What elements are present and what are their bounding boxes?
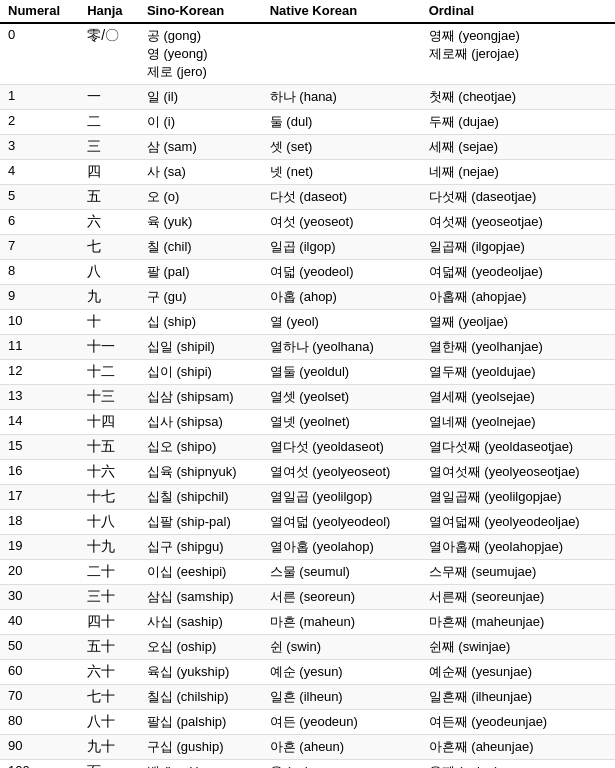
- cell-native-korean: 열아홉 (yeolahop): [262, 535, 421, 560]
- header-numeral: Numeral: [0, 0, 79, 23]
- cell-native-korean: 여덟 (yeodeol): [262, 260, 421, 285]
- cell-ordinal: 서른째 (seoreunjae): [421, 585, 615, 610]
- table-row: 20二十이십 (eeshipi)스물 (seumul)스무째 (seumujae…: [0, 560, 615, 585]
- cell-ordinal: 열다섯째 (yeoldaseotjae): [421, 435, 615, 460]
- cell-hanja: 七: [79, 235, 139, 260]
- cell-ordinal: 열여덟째 (yeolyeodeoljae): [421, 510, 615, 535]
- cell-hanja: 十: [79, 310, 139, 335]
- cell-native-korean: 다섯 (daseot): [262, 185, 421, 210]
- table-row: 16十六십육 (shipnyuk)열여섯 (yeolyeoseot)열여섯째 (…: [0, 460, 615, 485]
- cell-sino-korean: 공 (gong)영 (yeong)제로 (jero): [139, 23, 262, 85]
- cell-sino-korean: 십이 (shipi): [139, 360, 262, 385]
- cell-sino-korean: 칠 (chil): [139, 235, 262, 260]
- table-row: 100百백 (baek)온 (on)온째 (onjae)백째 (baekjae): [0, 760, 615, 769]
- cell-hanja: 十四: [79, 410, 139, 435]
- cell-numeral: 80: [0, 710, 79, 735]
- cell-ordinal: 열네째 (yeolnejae): [421, 410, 615, 435]
- cell-native-korean: 열넷 (yeolnet): [262, 410, 421, 435]
- cell-ordinal: 열한째 (yeolhanjae): [421, 335, 615, 360]
- cell-hanja: 六: [79, 210, 139, 235]
- cell-ordinal: 두째 (dujae): [421, 110, 615, 135]
- cell-sino-korean: 십일 (shipil): [139, 335, 262, 360]
- cell-native-korean: [262, 23, 421, 85]
- cell-hanja: 零/〇: [79, 23, 139, 85]
- cell-sino-korean: 구십 (guship): [139, 735, 262, 760]
- cell-hanja: 四十: [79, 610, 139, 635]
- table-row: 12十二십이 (shipi)열둘 (yeoldul)열두째 (yeoldujae…: [0, 360, 615, 385]
- cell-ordinal: 여든째 (yeodeunjae): [421, 710, 615, 735]
- cell-native-korean: 열여덟 (yeolyeodeol): [262, 510, 421, 535]
- cell-sino-korean: 사십 (saship): [139, 610, 262, 635]
- cell-native-korean: 아홉 (ahop): [262, 285, 421, 310]
- header-ordinal: Ordinal: [421, 0, 615, 23]
- cell-ordinal: 스무째 (seumujae): [421, 560, 615, 585]
- cell-numeral: 16: [0, 460, 79, 485]
- cell-numeral: 15: [0, 435, 79, 460]
- cell-native-korean: 셋 (set): [262, 135, 421, 160]
- cell-numeral: 8: [0, 260, 79, 285]
- cell-hanja: 五: [79, 185, 139, 210]
- table-row: 7七칠 (chil)일곱 (ilgop)일곱째 (ilgopjae): [0, 235, 615, 260]
- table-row: 5五오 (o)다섯 (daseot)다섯째 (daseotjae): [0, 185, 615, 210]
- cell-sino-korean: 육 (yuk): [139, 210, 262, 235]
- cell-ordinal: 열째 (yeoljae): [421, 310, 615, 335]
- table-row: 17十七십칠 (shipchil)열일곱 (yeolilgop)열일곱째 (ye…: [0, 485, 615, 510]
- table-row: 30三十삼십 (samship)서른 (seoreun)서른째 (seoreun…: [0, 585, 615, 610]
- cell-native-korean: 열일곱 (yeolilgop): [262, 485, 421, 510]
- cell-sino-korean: 오 (o): [139, 185, 262, 210]
- cell-hanja: 七十: [79, 685, 139, 710]
- cell-numeral: 50: [0, 635, 79, 660]
- cell-numeral: 30: [0, 585, 79, 610]
- cell-ordinal: 예순째 (yesunjae): [421, 660, 615, 685]
- cell-ordinal: 일흔째 (ilheunjae): [421, 685, 615, 710]
- cell-native-korean: 열 (yeol): [262, 310, 421, 335]
- cell-sino-korean: 삼십 (samship): [139, 585, 262, 610]
- cell-sino-korean: 백 (baek): [139, 760, 262, 769]
- cell-native-korean: 서른 (seoreun): [262, 585, 421, 610]
- cell-ordinal: 열여섯째 (yeolyeoseotjae): [421, 460, 615, 485]
- cell-sino-korean: 십칠 (shipchil): [139, 485, 262, 510]
- cell-sino-korean: 사 (sa): [139, 160, 262, 185]
- cell-hanja: 八: [79, 260, 139, 285]
- cell-native-korean: 쉰 (swin): [262, 635, 421, 660]
- cell-hanja: 十二: [79, 360, 139, 385]
- cell-sino-korean: 구 (gu): [139, 285, 262, 310]
- table-row: 19十九십구 (shipgu)열아홉 (yeolahop)열아홉째 (yeola…: [0, 535, 615, 560]
- table-row: 10十십 (ship)열 (yeol)열째 (yeoljae): [0, 310, 615, 335]
- cell-numeral: 6: [0, 210, 79, 235]
- cell-native-korean: 열셋 (yeolset): [262, 385, 421, 410]
- cell-numeral: 18: [0, 510, 79, 535]
- cell-sino-korean: 십구 (shipgu): [139, 535, 262, 560]
- cell-numeral: 90: [0, 735, 79, 760]
- cell-ordinal: 열아홉째 (yeolahopjae): [421, 535, 615, 560]
- table-row: 9九구 (gu)아홉 (ahop)아홉째 (ahopjae): [0, 285, 615, 310]
- cell-sino-korean: 일 (il): [139, 85, 262, 110]
- cell-hanja: 三十: [79, 585, 139, 610]
- cell-numeral: 10: [0, 310, 79, 335]
- table-row: 1一일 (il)하나 (hana)첫째 (cheotjae): [0, 85, 615, 110]
- cell-hanja: 十八: [79, 510, 139, 535]
- cell-native-korean: 일흔 (ilheun): [262, 685, 421, 710]
- cell-native-korean: 아흔 (aheun): [262, 735, 421, 760]
- cell-sino-korean: 오십 (oship): [139, 635, 262, 660]
- cell-native-korean: 여섯 (yeoseot): [262, 210, 421, 235]
- cell-sino-korean: 십팔 (ship-pal): [139, 510, 262, 535]
- cell-numeral: 2: [0, 110, 79, 135]
- cell-ordinal: 온째 (onjae)백째 (baekjae): [421, 760, 615, 769]
- table-row: 8八팔 (pal)여덟 (yeodeol)여덟째 (yeodeoljae): [0, 260, 615, 285]
- cell-ordinal: 아흔째 (aheunjae): [421, 735, 615, 760]
- cell-sino-korean: 삼 (sam): [139, 135, 262, 160]
- cell-native-korean: 온 (on): [262, 760, 421, 769]
- cell-ordinal: 쉰째 (swinjae): [421, 635, 615, 660]
- cell-sino-korean: 이 (i): [139, 110, 262, 135]
- cell-hanja: 十七: [79, 485, 139, 510]
- table-row: 13十三십삼 (shipsam)열셋 (yeolset)열세째 (yeolsej…: [0, 385, 615, 410]
- table-row: 14十四십사 (shipsa)열넷 (yeolnet)열네째 (yeolneja…: [0, 410, 615, 435]
- cell-native-korean: 예순 (yesun): [262, 660, 421, 685]
- cell-native-korean: 스물 (seumul): [262, 560, 421, 585]
- table-row: 60六十육십 (yukship)예순 (yesun)예순째 (yesunjae): [0, 660, 615, 685]
- cell-sino-korean: 십사 (shipsa): [139, 410, 262, 435]
- cell-numeral: 3: [0, 135, 79, 160]
- cell-hanja: 四: [79, 160, 139, 185]
- cell-ordinal: 마흔째 (maheunjae): [421, 610, 615, 635]
